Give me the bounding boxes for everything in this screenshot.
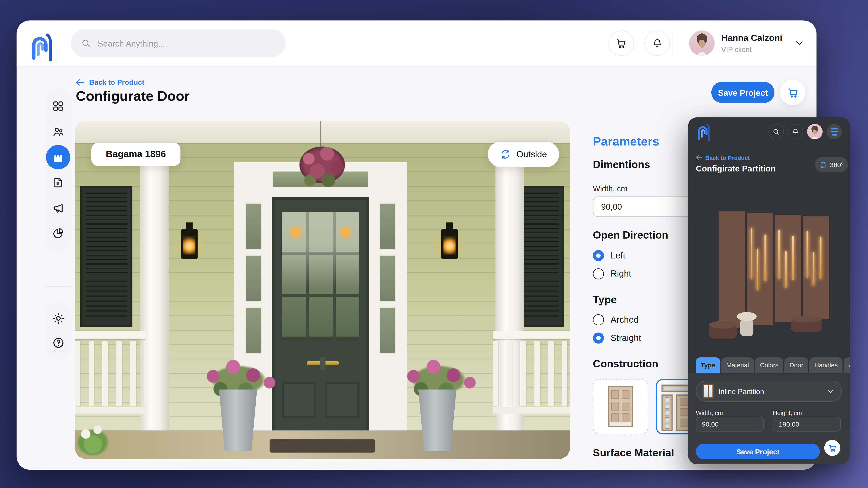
partition-type-dropdown[interactable]: Inline Partition	[696, 381, 842, 402]
tab-material[interactable]: Material	[721, 357, 754, 373]
overlay-width-label: Width, cm	[696, 410, 723, 416]
settings-icon	[52, 312, 64, 324]
bell-icon	[792, 128, 799, 135]
configurator-tabs: Type Material Colors Door Handles Add	[696, 357, 850, 373]
sidebar-item-help[interactable]	[52, 336, 65, 349]
overlay-back-label: Back to Product	[705, 154, 750, 161]
tab-type[interactable]: Type	[696, 357, 720, 373]
light-strip	[765, 234, 766, 281]
search-input[interactable]	[98, 38, 276, 48]
rotate-360-button[interactable]: 360°	[815, 157, 848, 172]
dimensions-heading: Dimentions	[593, 159, 650, 171]
search-bar[interactable]	[71, 29, 285, 57]
header-cart-button[interactable]	[780, 80, 806, 105]
back-to-product-link[interactable]: Back to Product	[76, 78, 145, 86]
left-shutter	[80, 186, 132, 327]
pie-chart-icon	[52, 228, 64, 240]
search-icon	[81, 38, 91, 49]
radio-label: Right	[611, 269, 631, 279]
construction-option-single-door[interactable]	[593, 379, 648, 434]
light-strip	[785, 251, 786, 288]
shopping-bag-icon	[52, 151, 64, 163]
sidebar-item-analytics[interactable]	[52, 227, 65, 240]
overlay-title: Configirate Partition	[696, 164, 776, 173]
radio-label: Left	[611, 251, 625, 260]
sidebar-main: $	[45, 89, 71, 251]
tab-additional[interactable]: Add	[844, 357, 850, 373]
view-toggle-button[interactable]: Outside	[488, 142, 559, 167]
tab-door[interactable]: Door	[784, 357, 808, 373]
hanging-flower-basket	[292, 139, 352, 190]
door-glass-grid	[282, 212, 360, 338]
width-label: Width, cm	[593, 184, 627, 193]
light-strip	[813, 252, 814, 286]
tab-colors[interactable]: Colors	[755, 357, 783, 373]
radio-type-straight[interactable]: Straight	[593, 332, 641, 344]
app-logo-icon	[31, 33, 54, 61]
chevron-down-icon	[827, 387, 835, 395]
surface-material-heading: Surface Material	[593, 447, 674, 459]
invoice-icon: $	[52, 176, 64, 189]
radio-open-left[interactable]: Left	[593, 250, 625, 261]
radio-icon[interactable]	[593, 268, 604, 280]
width-input[interactable]	[593, 196, 695, 217]
tab-handles[interactable]: Handles	[809, 357, 843, 373]
overlay-back-link[interactable]: Back to Product	[696, 154, 750, 161]
radio-icon[interactable]	[593, 314, 604, 325]
sidelight-illustration	[662, 394, 673, 431]
sidebar-item-shop[interactable]	[46, 145, 70, 169]
overlay-save-project-button[interactable]: Save Project	[696, 444, 820, 459]
overlay-width-input[interactable]	[696, 417, 764, 431]
tab-content-sheet: Inline Partition Width, cm Height, cm Sa…	[688, 373, 850, 464]
chevron-down-icon[interactable]	[794, 38, 805, 49]
radio-type-arched[interactable]: Arched	[593, 314, 639, 325]
page-title: Configurate Door	[76, 88, 190, 104]
sidebar-item-invoices[interactable]: $	[52, 176, 65, 189]
light-strip	[778, 230, 780, 279]
light-strip	[751, 228, 752, 279]
corner-bush	[75, 417, 119, 459]
user-role: VIP client	[721, 45, 752, 54]
cart-icon	[786, 86, 799, 99]
overlay-divider	[688, 147, 850, 147]
overlay-height-input[interactable]	[773, 417, 841, 431]
sidebar-item-clients[interactable]	[52, 125, 65, 138]
back-to-product-label: Back to Product	[89, 78, 144, 86]
single-door-illustration	[608, 386, 633, 427]
menu-button[interactable]	[827, 124, 842, 140]
radio-open-right[interactable]: Right	[593, 268, 631, 280]
door-panel	[326, 382, 359, 418]
open-direction-heading: Open Direction	[593, 229, 669, 241]
light-strip	[792, 236, 794, 280]
left-railing	[75, 331, 146, 415]
radio-label: Straight	[611, 333, 641, 343]
stool	[737, 312, 757, 336]
user-name: Hanna Calzoni	[721, 33, 782, 43]
doormat	[270, 439, 375, 453]
overlay-cart-button[interactable]	[825, 440, 840, 456]
light-strip	[807, 231, 808, 278]
view-toggle-label: Outside	[517, 149, 547, 159]
radio-label: Arched	[611, 315, 639, 325]
type-heading: Type	[593, 294, 617, 306]
sidebar-item-dashboard[interactable]	[52, 100, 65, 113]
stool	[709, 324, 737, 339]
overlay-height-label: Height, cm	[773, 410, 802, 416]
sidebar-item-promotions[interactable]	[52, 201, 65, 215]
light-strip	[757, 249, 758, 290]
sidebar-item-settings[interactable]	[52, 312, 65, 325]
user-avatar[interactable]	[807, 124, 823, 140]
users-icon	[52, 125, 64, 138]
light-strip	[820, 237, 821, 279]
arrow-left-icon	[76, 78, 85, 86]
construction-heading: Construction	[593, 358, 658, 370]
door-scene-image[interactable]: Bagama 1896 Outside	[75, 121, 570, 459]
radio-icon[interactable]	[593, 250, 604, 261]
front-door	[272, 197, 369, 437]
sidebar-footer	[45, 302, 71, 359]
sidebar-divider	[45, 286, 71, 287]
overlay-search-button[interactable]	[768, 124, 784, 140]
partition-configurator-overlay: Back to Product Configirate Partition 36…	[688, 117, 850, 464]
overlay-notifications-button[interactable]	[788, 124, 803, 140]
radio-icon[interactable]	[593, 332, 604, 344]
